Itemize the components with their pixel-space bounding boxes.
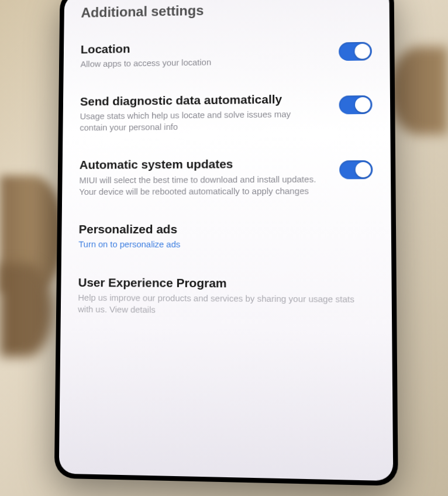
setting-subtitle-location: Allow apps to access your location xyxy=(80,55,321,70)
setting-text: User Experience Program Help us improve … xyxy=(78,275,374,318)
setting-title-uep: User Experience Program xyxy=(78,275,356,292)
phone-screen: Additional settings Location Allow apps … xyxy=(59,0,394,481)
phone-frame: Additional settings Location Allow apps … xyxy=(54,0,398,486)
setting-title-ads: Personalized ads xyxy=(79,222,356,237)
setting-text: Personalized ads Turn on to personalize … xyxy=(78,222,373,251)
setting-title-diagnostics: Send diagnostic data automatically xyxy=(80,91,322,109)
hand-finger-decoration xyxy=(0,263,53,357)
page-title: Additional settings xyxy=(81,0,371,21)
toggle-diagnostics[interactable] xyxy=(339,95,373,114)
setting-text: Automatic system updates MIUI will selec… xyxy=(79,156,339,198)
setting-item-location[interactable]: Location Allow apps to access your locat… xyxy=(80,37,372,70)
toggle-updates[interactable] xyxy=(339,160,373,179)
toggle-knob xyxy=(355,97,371,112)
setting-item-updates[interactable]: Automatic system updates MIUI will selec… xyxy=(79,156,373,198)
setting-title-updates: Automatic system updates xyxy=(80,156,322,173)
setting-item-ads[interactable]: Personalized ads Turn on to personalize … xyxy=(78,222,373,251)
setting-text: Send diagnostic data automatically Usage… xyxy=(80,91,339,133)
setting-subtitle-uep: Help us improve our products and service… xyxy=(78,292,356,318)
setting-item-uep[interactable]: User Experience Program Help us improve … xyxy=(78,275,374,318)
toggle-knob xyxy=(354,44,370,59)
hand-finger-decoration xyxy=(390,47,448,135)
setting-text: Location Allow apps to access your locat… xyxy=(80,38,339,70)
setting-item-diagnostics[interactable]: Send diagnostic data automatically Usage… xyxy=(80,90,372,133)
toggle-knob xyxy=(356,162,371,177)
setting-subtitle-updates: MIUI will select the best time to downlo… xyxy=(79,173,322,198)
setting-title-location: Location xyxy=(81,38,321,57)
toggle-location[interactable] xyxy=(339,42,372,61)
setting-subtitle-ads: Turn on to personalize ads xyxy=(78,239,355,251)
setting-subtitle-diagnostics: Usage stats which help us locate and sol… xyxy=(80,108,321,134)
